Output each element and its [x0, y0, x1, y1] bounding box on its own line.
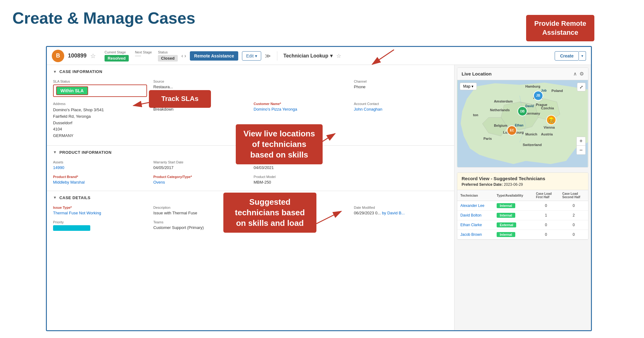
tech-type-cell: External [494, 220, 533, 230]
product-category-field: Product Category/Type* Ovens [153, 175, 247, 185]
current-stage-item: Current Stage Resolved [105, 50, 129, 62]
live-location-header: Live Location ∧ ⚙ [457, 68, 588, 80]
tech-name-cell: Jacob Brown [457, 230, 494, 240]
edit-button[interactable]: Edit ▾ [242, 51, 261, 61]
zoom-out-button[interactable]: − [577, 146, 585, 154]
live-location-title: Live Location [462, 71, 492, 76]
tech-type-cell: Internal [494, 230, 533, 240]
issue-type-label: Issue Type* [53, 206, 147, 209]
geo-germany: Germany [525, 112, 540, 115]
top-bar: B 100899 ☆ Current Stage Resolved Next S… [47, 47, 591, 65]
empty-prod-col [354, 160, 448, 170]
map-button[interactable]: Map ▾ [460, 83, 477, 90]
next-stage-item: Next Stage [135, 50, 152, 62]
priority-field: Priority [53, 220, 147, 231]
warranty-start-value: 04/05/2017 [153, 165, 247, 170]
tech-second-half-cell: 0 [559, 201, 588, 211]
status-label: Status [158, 50, 168, 54]
next-stage-label: Next Stage [135, 50, 152, 54]
product-model-value: MBM-250 [254, 180, 348, 185]
product-model-label: Product Model [254, 175, 348, 179]
geo-hamburg: Hamburg [525, 84, 540, 88]
callout-track-slas: Track SLAs [149, 90, 211, 108]
account-contact-label: Account Contact [354, 102, 448, 106]
issue-type-field: Issue Type* Thermal Fuse Not Working [53, 206, 147, 215]
address-value: Domino's Place, Shop 3/541 Fairfield Rd,… [53, 107, 147, 139]
right-panel: Live Location ∧ ⚙ [454, 65, 591, 330]
account-contact-value[interactable]: John Conaghan [354, 107, 448, 112]
tech-name-link[interactable]: Alexander Lee [460, 203, 484, 208]
product-category-label: Product Category/Type* [153, 175, 247, 179]
col-technician: Technician [457, 190, 494, 201]
source-label: Source [153, 80, 247, 83]
case-number: 100899 [68, 53, 87, 59]
assets-label: Assets [53, 160, 147, 164]
case-info-section-header[interactable]: ▼ CASE INFORMATION [47, 65, 454, 77]
customer-name-label: Customer Name* [254, 102, 348, 106]
sla-status-value: Within SLA [56, 86, 88, 95]
product-model-field: Product Model MBM-250 [254, 175, 348, 185]
empty-col [254, 80, 348, 97]
tech-pin-tk: 👷 [546, 115, 556, 127]
product-brand-value[interactable]: Middleby Marshal [53, 180, 147, 185]
date-modified-field: Date Modified 06/29/2023 0... by David B… [354, 206, 448, 215]
product-chevron-icon[interactable]: ▼ [53, 150, 57, 154]
geo-prague: Prague [536, 103, 547, 107]
tech-pin-label-ethan: Ethan [515, 124, 524, 127]
geo-switzerland: Switzerland [523, 143, 542, 147]
product-info-label: PRODUCT INFORMATION [59, 150, 111, 155]
tech-lookup-label: Technician Lookup [284, 53, 329, 59]
date-modified-value: 06/29/2023 0... by David B... [354, 211, 448, 215]
more-icon[interactable]: ≫ [265, 53, 271, 59]
date-modified-by[interactable]: by David B... [382, 211, 405, 215]
product-brand-label: Product Brand* [53, 175, 147, 179]
create-caret-button[interactable]: ▾ [579, 51, 586, 61]
customer-name-value[interactable]: Domino's Pizza Yeronga [254, 107, 348, 112]
case-details-chevron-icon[interactable]: ▼ [53, 195, 57, 200]
tech-first-half-cell: 1 [533, 211, 559, 220]
tech-name-cell: David Bolton [457, 211, 494, 220]
collapse-icon[interactable]: ∧ [573, 71, 577, 77]
geo-amsterdam: Amsterdam [494, 99, 513, 103]
map-area: Hamburg Poland Amsterdam Berlin Netherla… [457, 80, 588, 167]
tech-name-link[interactable]: Ethan Clarke [460, 223, 482, 227]
stage-group: Current Stage Resolved Next Stage Status… [105, 50, 178, 62]
tech-pin-label-job: Job [541, 89, 547, 92]
product-category-value[interactable]: Ovens [153, 180, 247, 185]
tech-type-badge: External [497, 222, 516, 227]
zoom-in-button[interactable]: + [577, 137, 585, 146]
tech-table-header-row: Technician Type/Availability Case Load F… [457, 190, 588, 201]
map-zoom-controls: + − [576, 137, 586, 155]
remote-assistance-button[interactable]: Remote Assistance [190, 51, 239, 61]
callout-live-locations: View live locations of technicians based… [236, 124, 323, 164]
tech-second-half-cell: 0 [559, 220, 588, 230]
create-button[interactable]: Create [555, 51, 579, 61]
star-icon[interactable]: ☆ [90, 52, 96, 60]
next-stage-badge [135, 55, 141, 57]
source-value: Restaura... [153, 84, 247, 89]
nav-arrows[interactable]: ‹ › [181, 53, 186, 59]
crm-frame: B 100899 ☆ Current Stage Resolved Next S… [46, 46, 592, 331]
geo-czechia: Czechia [541, 106, 554, 110]
tech-lookup-button[interactable]: Technician Lookup ▾ [284, 53, 333, 59]
map-fullscreen-button[interactable]: ⤢ [577, 83, 586, 91]
tech-name-link[interactable]: Jacob Brown [460, 232, 482, 237]
tech-table: Technician Type/Availability Case Load F… [457, 190, 588, 240]
tech-type-cell: Internal [494, 211, 533, 220]
issue-type-value[interactable]: Thermal Fuse Not Working [53, 211, 147, 215]
geo-austria: Austria [541, 132, 553, 136]
tech-pin-label-david: David [525, 104, 534, 108]
date-modified-label: Date Modified [354, 206, 448, 209]
main-content: ▼ CASE INFORMATION SLA Status Within SLA… [47, 65, 591, 330]
create-btn-group: Create ▾ [555, 51, 586, 61]
status-badge: Closed [158, 55, 177, 62]
tech-second-half-cell: 2 [559, 211, 588, 220]
tech-lookup-star-icon[interactable]: ☆ [336, 53, 341, 59]
tech-name-link[interactable]: David Bolton [460, 213, 481, 217]
chevron-icon[interactable]: ▼ [53, 70, 57, 74]
tech-type-cell: Internal [494, 201, 533, 211]
settings-icon[interactable]: ⚙ [579, 71, 584, 77]
table-row: Jacob Brown Internal 0 0 [457, 230, 588, 240]
channel-label: Channel [354, 80, 448, 83]
assets-value[interactable]: 14990 [53, 165, 147, 170]
